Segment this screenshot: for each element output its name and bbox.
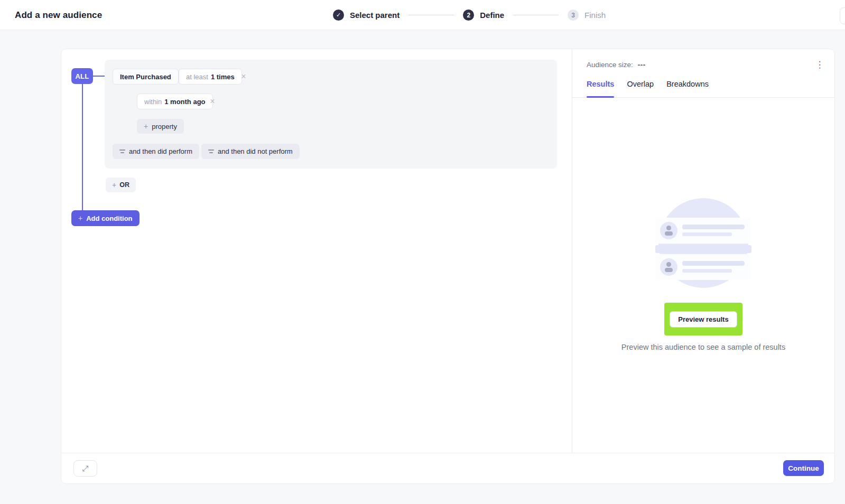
- placeholder-bar: [682, 225, 745, 229]
- then-did-perform-label: and then did perform: [129, 147, 192, 155]
- person-icon: [660, 222, 677, 239]
- add-condition-button[interactable]: + Add condition: [71, 210, 140, 226]
- kebab-menu-icon[interactable]: ⋮: [813, 58, 826, 71]
- condition-group: Item Purchased at least 1 times × within…: [105, 60, 557, 169]
- add-property-label: property: [152, 123, 177, 130]
- step-connector: [513, 15, 559, 15]
- audience-editor-card: ALL Item Purchased at least 1 times × wi…: [61, 49, 835, 484]
- check-icon: ✓: [336, 12, 341, 18]
- avatar: [660, 222, 677, 239]
- add-condition-label: Add condition: [86, 214, 132, 222]
- close-icon[interactable]: ×: [207, 96, 218, 107]
- panel-tabs: Results Overlap Breakdowns: [572, 80, 834, 98]
- tab-overlap[interactable]: Overlap: [627, 80, 654, 97]
- then-did-not-perform-button[interactable]: and then did not perform: [201, 144, 300, 159]
- then-did-perform-button[interactable]: and then did perform: [113, 144, 199, 159]
- illustration-list-item-partial: [655, 245, 751, 253]
- illustration-list-item: [655, 218, 751, 244]
- step-1-circle: ✓: [333, 10, 344, 21]
- expand-icon: ⤢: [82, 464, 88, 473]
- stepper: ✓ Select parent 2 Define 3 Finish: [333, 0, 606, 30]
- step-3-label: Finish: [584, 11, 606, 20]
- continue-button[interactable]: Continue: [783, 460, 824, 476]
- results-panel: Audience size: --- ⋮ Results Overlap Bre…: [572, 49, 834, 454]
- step-finish: 3 Finish: [568, 10, 606, 21]
- filter-icon: [208, 149, 214, 154]
- placeholder-bar: [682, 269, 732, 273]
- connector-line: [92, 76, 105, 77]
- expand-button[interactable]: ⤢: [73, 460, 97, 477]
- time-prefix: within: [144, 98, 162, 106]
- time-value: 1 month ago: [164, 98, 205, 106]
- step-2-label: Define: [480, 11, 504, 20]
- card-footer: ⤢ Continue: [61, 453, 834, 483]
- frequency-prefix: at least: [186, 73, 208, 81]
- condition-builder: ALL Item Purchased at least 1 times × wi…: [61, 49, 573, 454]
- time-window-chip[interactable]: within 1 month ago: [137, 94, 213, 109]
- plus-icon: +: [78, 214, 82, 222]
- preview-caption: Preview this audience to see a sample of…: [572, 343, 834, 351]
- group-operator-badge[interactable]: ALL: [71, 68, 93, 84]
- event-chip-label: Item Purchased: [120, 73, 171, 81]
- or-label: OR: [119, 181, 129, 189]
- frequency-chip[interactable]: at least 1 times: [179, 69, 242, 85]
- event-chip[interactable]: Item Purchased: [113, 69, 179, 85]
- illustration-list-item: [655, 254, 751, 280]
- step-2-circle: 2: [463, 10, 474, 21]
- add-property-button[interactable]: + property: [137, 119, 184, 134]
- close-icon[interactable]: ×: [238, 71, 249, 82]
- page-title: Add a new audience: [15, 0, 102, 30]
- add-or-button[interactable]: + OR: [106, 178, 136, 192]
- step-connector: [408, 15, 454, 15]
- preview-results-highlight: Preview results: [664, 303, 742, 335]
- tab-breakdowns[interactable]: Breakdowns: [666, 80, 709, 97]
- placeholder-bar: [682, 232, 732, 236]
- header: Add a new audience ✓ Select parent 2 Def…: [0, 0, 845, 30]
- cutoff-edge-button[interactable]: [840, 7, 845, 24]
- step-select-parent[interactable]: ✓ Select parent: [333, 10, 400, 21]
- audience-size-value: ---: [638, 61, 646, 69]
- frequency-value: 1 times: [211, 73, 235, 81]
- person-icon: [660, 258, 677, 276]
- step-define[interactable]: 2 Define: [463, 10, 504, 21]
- plus-icon: +: [112, 181, 116, 189]
- step-1-label: Select parent: [350, 11, 400, 20]
- audience-size-row: Audience size: ---: [587, 61, 646, 69]
- audience-size-label: Audience size:: [587, 61, 633, 69]
- avatar: [660, 258, 677, 276]
- placeholder-bar: [682, 261, 745, 266]
- plus-icon: +: [144, 123, 148, 130]
- filter-icon: [119, 149, 125, 154]
- tab-results[interactable]: Results: [587, 80, 614, 97]
- empty-results-illustration: [655, 198, 751, 289]
- step-3-circle: 3: [568, 10, 579, 21]
- then-did-not-perform-label: and then did not perform: [218, 147, 293, 155]
- connector-line: [82, 83, 83, 211]
- preview-results-button[interactable]: Preview results: [670, 311, 737, 328]
